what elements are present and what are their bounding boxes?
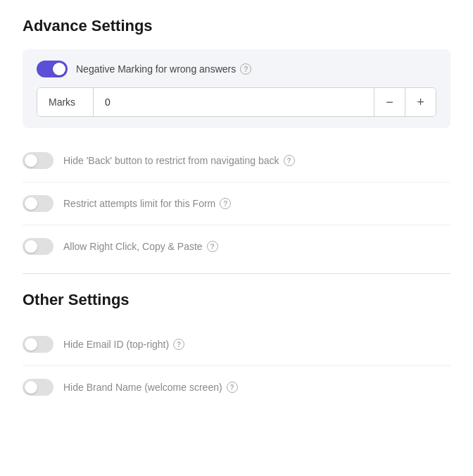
negative-marking-text: Negative Marking for wrong answers xyxy=(76,63,236,75)
restrict-attempts-help-icon[interactable]: ? xyxy=(220,198,231,209)
marks-decrement-button[interactable]: − xyxy=(374,88,405,116)
toggle-thumb: ✓ xyxy=(53,63,65,75)
allow-right-click-toggle[interactable]: ✕ xyxy=(23,238,53,255)
toggle-thumb xyxy=(25,154,37,167)
marks-increment-button[interactable]: + xyxy=(405,88,436,116)
restrict-attempts-item: ✕ Restrict attempts limit for this Form … xyxy=(23,182,450,225)
negative-marking-label: Negative Marking for wrong answers ? xyxy=(76,63,251,75)
toggle-thumb xyxy=(25,381,37,394)
other-toggles-section: ✕ Hide Email ID (top-right) ? ✕ Hide Bra… xyxy=(23,323,450,408)
advance-toggles-section: ✕ Hide 'Back' button to restrict from na… xyxy=(23,139,450,268)
section-divider xyxy=(23,273,450,274)
restrict-attempts-text: Restrict attempts limit for this Form xyxy=(63,198,215,209)
marks-value: 0 xyxy=(94,96,374,108)
hide-brand-item: ✕ Hide Brand Name (welcome screen) ? xyxy=(23,366,450,408)
allow-right-click-label: Allow Right Click, Copy & Paste ? xyxy=(63,241,218,252)
hide-email-item: ✕ Hide Email ID (top-right) ? xyxy=(23,323,450,366)
hide-back-button-toggle[interactable]: ✕ xyxy=(23,152,53,169)
toggle-track: ✓ xyxy=(37,61,68,77)
hide-back-button-help-icon[interactable]: ? xyxy=(284,155,295,166)
negative-marking-help-icon[interactable]: ? xyxy=(240,63,251,75)
other-settings-title: Other Settings xyxy=(23,291,450,309)
marks-row: Marks 0 − + xyxy=(37,87,436,117)
toggle-track-off: ✕ xyxy=(23,238,53,255)
toggle-thumb xyxy=(25,240,37,253)
hide-email-help-icon[interactable]: ? xyxy=(173,339,184,350)
negative-marking-toggle[interactable]: ✓ xyxy=(37,61,68,77)
hide-back-button-item: ✕ Hide 'Back' button to restrict from na… xyxy=(23,139,450,182)
hide-back-button-label: Hide 'Back' button to restrict from navi… xyxy=(63,155,295,166)
allow-right-click-item: ✕ Allow Right Click, Copy & Paste ? xyxy=(23,225,450,268)
negative-marking-row: ✓ Negative Marking for wrong answers ? xyxy=(37,61,436,77)
toggle-track-off: ✕ xyxy=(23,379,53,396)
restrict-attempts-toggle[interactable]: ✕ xyxy=(23,195,53,212)
toggle-track-off: ✕ xyxy=(23,152,53,169)
hide-email-toggle[interactable]: ✕ xyxy=(23,336,53,353)
toggle-check-icon: ✓ xyxy=(56,65,63,74)
toggle-track-off: ✕ xyxy=(23,336,53,353)
hide-brand-toggle[interactable]: ✕ xyxy=(23,379,53,396)
negative-marking-card: ✓ Negative Marking for wrong answers ? M… xyxy=(23,49,450,128)
allow-right-click-text: Allow Right Click, Copy & Paste xyxy=(63,241,203,252)
marks-label: Marks xyxy=(37,88,94,116)
hide-brand-help-icon[interactable]: ? xyxy=(227,382,238,393)
toggle-thumb xyxy=(25,338,37,351)
hide-brand-text: Hide Brand Name (welcome screen) xyxy=(63,382,222,393)
restrict-attempts-label: Restrict attempts limit for this Form ? xyxy=(63,198,231,209)
hide-back-button-text: Hide 'Back' button to restrict from navi… xyxy=(63,155,279,166)
toggle-thumb xyxy=(25,197,37,210)
toggle-track-off: ✕ xyxy=(23,195,53,212)
hide-brand-label: Hide Brand Name (welcome screen) ? xyxy=(63,382,238,393)
hide-email-label: Hide Email ID (top-right) ? xyxy=(63,339,184,350)
hide-email-text: Hide Email ID (top-right) xyxy=(63,339,169,350)
allow-right-click-help-icon[interactable]: ? xyxy=(207,241,218,252)
advance-settings-title: Advance Settings xyxy=(23,17,450,35)
